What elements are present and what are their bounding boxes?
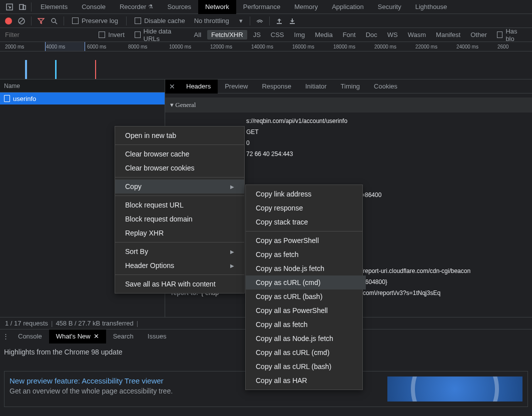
download-icon[interactable] bbox=[287, 16, 298, 26]
menu-item-label: Copy stack trace bbox=[256, 218, 308, 226]
menu-item-label: Open in new tab bbox=[125, 132, 176, 140]
tab-application[interactable]: Application bbox=[325, 0, 371, 14]
filter-type-media[interactable]: Media bbox=[311, 30, 336, 40]
has-blocked-checkbox[interactable]: Has blo bbox=[497, 28, 525, 42]
menu-item[interactable]: Block request domain bbox=[115, 212, 244, 226]
separator bbox=[269, 16, 270, 26]
details-tab-cookies[interactable]: Cookies bbox=[367, 80, 404, 94]
drawer-tab-issues[interactable]: Issues bbox=[141, 330, 174, 344]
search-icon[interactable] bbox=[49, 16, 60, 26]
filter-type-wasm[interactable]: Wasm bbox=[404, 30, 430, 40]
menu-item-label: Clear browser cookies bbox=[125, 164, 195, 172]
menu-item[interactable]: Header Options▶ bbox=[115, 258, 244, 272]
menu-item[interactable]: Sort By▶ bbox=[115, 244, 244, 258]
invert-checkbox[interactable]: Invert bbox=[99, 31, 125, 38]
filter-icon[interactable] bbox=[36, 16, 47, 26]
menu-item[interactable]: Copy link address bbox=[246, 187, 366, 201]
tab-memory[interactable]: Memory bbox=[287, 0, 325, 14]
menu-item[interactable]: Clear browser cookies bbox=[115, 161, 244, 175]
menu-item[interactable]: Copy as fetch bbox=[246, 248, 366, 262]
request-row[interactable]: userinfo bbox=[0, 92, 165, 104]
filter-type-manifest[interactable]: Manifest bbox=[432, 30, 464, 40]
network-conditions-icon[interactable] bbox=[254, 16, 265, 26]
menu-item-label: Copy as cURL (cmd) bbox=[256, 278, 320, 286]
filter-type-img[interactable]: Img bbox=[290, 30, 309, 40]
request-method-value: GET bbox=[246, 126, 259, 138]
menu-item-label: Save all as HAR with content bbox=[125, 280, 216, 288]
main-tabs-bar: Elements Console Recorder⚗ Sources Netwo… bbox=[0, 0, 532, 14]
details-tab-preview[interactable]: Preview bbox=[218, 80, 255, 94]
filter-type-ws[interactable]: WS bbox=[383, 30, 402, 40]
timeline-tick-label: 2600 bbox=[497, 44, 508, 50]
tab-console[interactable]: Console bbox=[75, 0, 113, 14]
clear-icon[interactable] bbox=[16, 16, 27, 26]
disable-cache-checkbox[interactable]: Disable cache bbox=[135, 17, 185, 24]
menu-item-label: Copy as PowerShell bbox=[256, 236, 319, 244]
drawer-menu-icon[interactable]: ⋮ bbox=[0, 332, 11, 340]
filter-type-font[interactable]: Font bbox=[339, 30, 360, 40]
device-mode-icon[interactable] bbox=[16, 0, 29, 14]
details-tab-response[interactable]: Response bbox=[255, 80, 298, 94]
requests-header-name[interactable]: Name bbox=[0, 80, 165, 92]
drawer-tab-whats-new[interactable]: What's New✕ bbox=[49, 330, 106, 344]
timeline-selection[interactable] bbox=[45, 42, 85, 51]
menu-item-label: Copy bbox=[125, 182, 142, 190]
filter-type-fetch-xhr[interactable]: Fetch/XHR bbox=[207, 30, 247, 40]
menu-item[interactable]: Block request URL bbox=[115, 198, 244, 212]
menu-item-label: Sort By bbox=[125, 248, 148, 256]
hide-data-urls-checkbox[interactable]: Hide data URLs bbox=[135, 28, 184, 42]
context-menu: Open in new tabClear browser cacheClear … bbox=[115, 126, 245, 294]
separator bbox=[64, 16, 64, 26]
menu-item[interactable]: Clear browser cache bbox=[115, 147, 244, 161]
filter-type-all[interactable]: All bbox=[190, 30, 205, 40]
menu-item[interactable]: Copy all as fetch bbox=[246, 318, 366, 332]
timeline[interactable]: 2000 ms4000 ms6000 ms8000 ms10000 ms1200… bbox=[0, 42, 532, 80]
menu-item[interactable]: Copy as Node.js fetch bbox=[246, 262, 366, 276]
menu-item[interactable]: Copy all as PowerShell bbox=[246, 304, 366, 318]
tab-lighthouse[interactable]: Lighthouse bbox=[408, 0, 454, 14]
details-tab-initiator[interactable]: Initiator bbox=[298, 80, 334, 94]
menu-separator bbox=[115, 177, 244, 178]
context-submenu: Copy link addressCopy responseCopy stack… bbox=[245, 184, 363, 390]
menu-item-label: Copy all as cURL (bash) bbox=[256, 362, 331, 370]
drawer-tab-console[interactable]: Console bbox=[11, 330, 49, 344]
preserve-log-checkbox[interactable]: Preserve log bbox=[72, 17, 118, 24]
tab-elements[interactable]: Elements bbox=[34, 0, 75, 14]
menu-item[interactable]: Copy as cURL (cmd) bbox=[246, 276, 366, 290]
record-button[interactable] bbox=[5, 18, 12, 24]
tab-performance[interactable]: Performance bbox=[236, 0, 287, 14]
tab-network[interactable]: Network bbox=[198, 0, 236, 14]
menu-item[interactable]: Copy as PowerShell bbox=[246, 234, 366, 248]
tab-security[interactable]: Security bbox=[371, 0, 408, 14]
upload-icon[interactable] bbox=[274, 16, 285, 26]
menu-item[interactable]: Open in new tab bbox=[115, 128, 244, 142]
details-close-icon[interactable]: ✕ bbox=[165, 80, 179, 94]
menu-item[interactable]: Copy response bbox=[246, 201, 366, 215]
menu-item-label: Replay XHR bbox=[125, 229, 164, 237]
drawer-tab-search[interactable]: Search bbox=[106, 330, 141, 344]
menu-item[interactable]: Copy stack trace bbox=[246, 215, 366, 229]
tab-recorder[interactable]: Recorder⚗ bbox=[113, 0, 160, 14]
menu-item[interactable]: Copy all as cURL (cmd) bbox=[246, 346, 366, 360]
details-tab-timing[interactable]: Timing bbox=[334, 80, 367, 94]
menu-item-label: Block request URL bbox=[125, 201, 184, 209]
filter-type-js[interactable]: JS bbox=[249, 30, 265, 40]
inspect-icon[interactable] bbox=[3, 0, 16, 14]
chevron-right-icon: ▶ bbox=[230, 263, 234, 268]
throttling-dropdown[interactable]: No throttling▾ bbox=[191, 17, 246, 24]
menu-item[interactable]: Save all as HAR with content bbox=[115, 277, 244, 291]
filter-type-other[interactable]: Other bbox=[466, 30, 491, 40]
menu-item[interactable]: Copy all as HAR bbox=[246, 374, 366, 388]
menu-item[interactable]: Replay XHR bbox=[115, 226, 244, 240]
details-tab-headers[interactable]: Headers bbox=[179, 80, 218, 94]
menu-item[interactable]: Copy▶ bbox=[115, 180, 244, 194]
menu-item-label: Header Options bbox=[125, 262, 174, 270]
filter-input[interactable] bbox=[3, 29, 93, 40]
filter-type-doc[interactable]: Doc bbox=[362, 30, 381, 40]
menu-item[interactable]: Copy all as Node.js fetch bbox=[246, 332, 366, 346]
tab-sources[interactable]: Sources bbox=[160, 0, 198, 14]
menu-item[interactable]: Copy all as cURL (bash) bbox=[246, 360, 366, 374]
menu-item[interactable]: Copy as cURL (bash) bbox=[246, 290, 366, 304]
close-icon[interactable]: ✕ bbox=[94, 332, 99, 340]
filter-type-css[interactable]: CSS bbox=[267, 30, 288, 40]
